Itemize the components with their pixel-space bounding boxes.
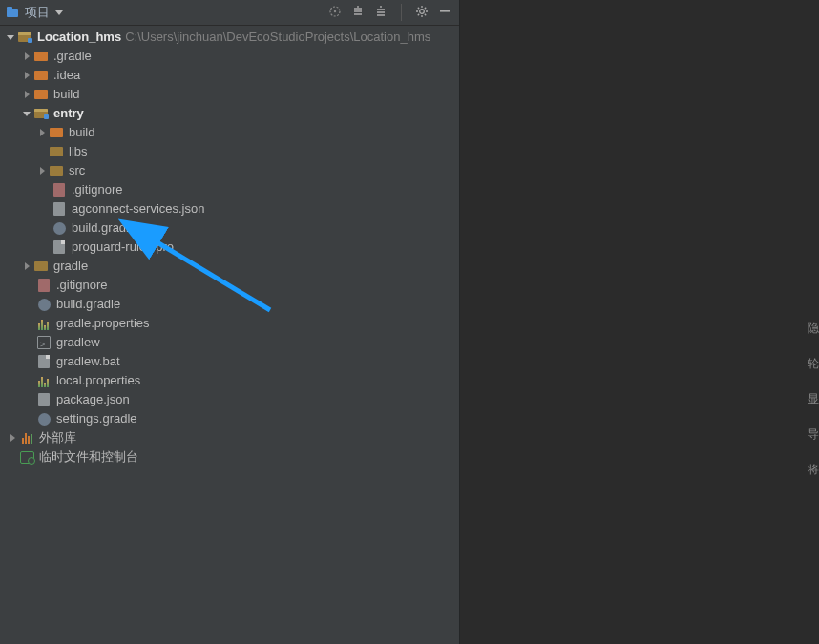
git-file-icon [36, 278, 52, 293]
view-selector[interactable]: 项目 [6, 4, 63, 21]
external-libs-icon [19, 430, 34, 446]
expand-all-icon[interactable] [351, 5, 365, 21]
gradle-file-icon [36, 297, 52, 312]
chevron-right-icon [25, 262, 30, 270]
folder-icon [49, 163, 64, 178]
collapse-all-icon[interactable] [374, 5, 388, 21]
properties-file-icon [36, 373, 52, 388]
panel-title: 项目 [25, 4, 50, 21]
folder-icon [33, 259, 49, 274]
tree-root[interactable]: Location_hms C:\Users\jinchuan\DevEcoStu… [0, 28, 459, 47]
tree-item-gradle-dir2[interactable]: gradle [0, 257, 459, 276]
tree-item-local-properties[interactable]: local.properties [0, 371, 459, 390]
folder-icon [33, 68, 49, 83]
svg-line-12 [418, 13, 419, 14]
tree-item-gradlew-bat[interactable]: gradlew.bat [0, 352, 459, 371]
chevron-right-icon [25, 52, 30, 60]
tree-item-entry-libs[interactable]: libs [0, 142, 459, 161]
root-path: C:\Users\jinchuan\DevEcoStudioProjects\L… [125, 28, 430, 47]
chevron-right-icon [25, 91, 30, 98]
panel-header: 项目 [0, 0, 459, 26]
gradle-file-icon [36, 411, 52, 426]
chevron-down-icon [7, 35, 14, 40]
file-icon [36, 354, 52, 369]
chevron-down-icon [23, 112, 31, 116]
chevron-right-icon [40, 129, 45, 136]
gear-icon[interactable] [415, 5, 429, 21]
chevron-right-icon [40, 167, 45, 175]
svg-line-10 [425, 13, 426, 14]
tree-item-gradle-dir[interactable]: .gradle [0, 47, 459, 66]
tree-item-entry-build-gradle[interactable]: build.gradle [0, 218, 459, 238]
tree-item-gradle-properties[interactable]: gradle.properties [0, 314, 459, 333]
scratch-icon [19, 449, 34, 465]
editor-area: 隐 轮 显 导 将 [460, 0, 819, 644]
tree-item-external-libs[interactable]: 外部库 [0, 428, 459, 447]
tree-item-agconnect[interactable]: agconnect-services.json [0, 199, 459, 218]
locate-file-icon[interactable] [328, 5, 342, 21]
tree-item-proguard[interactable]: proguard-rules.pro [0, 238, 459, 257]
svg-rect-13 [440, 10, 450, 12]
module-folder-icon [33, 106, 49, 121]
shell-file-icon [36, 335, 52, 350]
project-panel: 项目 [0, 0, 460, 644]
project-tree[interactable]: Location_hms C:\Users\jinchuan\DevEcoStu… [0, 26, 459, 644]
tree-item-build-gradle[interactable]: build.gradle [0, 295, 459, 314]
svg-line-11 [425, 7, 426, 8]
tree-item-entry-src[interactable]: src [0, 161, 459, 180]
module-folder-icon [17, 30, 32, 45]
svg-point-4 [420, 9, 425, 13]
tree-item-gitignore[interactable]: .gitignore [0, 276, 459, 295]
gutter-item[interactable]: 显 [808, 382, 819, 417]
svg-line-9 [418, 7, 419, 8]
gutter-item[interactable]: 轮 [808, 346, 819, 382]
tree-item-entry-build[interactable]: build [0, 123, 459, 142]
folder-icon [49, 125, 64, 140]
svg-rect-1 [7, 7, 12, 10]
gradle-file-icon [52, 220, 67, 236]
root-name: Location_hms [37, 28, 121, 47]
svg-rect-0 [7, 9, 18, 17]
tree-item-scratches[interactable]: 临时文件和控制台 [0, 447, 459, 467]
chevron-right-icon [25, 72, 30, 79]
chevron-right-icon [10, 434, 15, 442]
properties-file-icon [36, 316, 52, 331]
folder-icon [33, 49, 49, 64]
tree-item-build[interactable]: build [0, 85, 459, 104]
panel-toolbar [328, 4, 453, 21]
toolbar-separator [401, 4, 402, 21]
tree-item-entry-gitignore[interactable]: .gitignore [0, 180, 459, 199]
right-tool-gutter[interactable]: 隐 轮 显 导 将 [808, 311, 819, 488]
folder-icon [33, 87, 49, 102]
dropdown-arrow-icon [55, 10, 63, 15]
svg-point-3 [334, 10, 336, 11]
app-window: 项目 [0, 0, 819, 644]
minimize-icon[interactable] [438, 5, 452, 21]
gutter-item[interactable]: 隐 [808, 311, 819, 346]
gutter-item[interactable]: 导 [808, 417, 819, 452]
tree-item-idea[interactable]: .idea [0, 66, 459, 85]
tree-item-package-json[interactable]: package.json [0, 390, 459, 409]
tree-item-entry[interactable]: entry [0, 104, 459, 123]
tree-item-settings-gradle[interactable]: settings.gradle [0, 409, 459, 428]
gutter-item[interactable]: 将 [808, 452, 819, 488]
file-icon [52, 239, 67, 255]
folder-icon [49, 144, 64, 159]
project-view-icon [6, 6, 19, 19]
tree-item-gradlew[interactable]: gradlew [0, 333, 459, 352]
git-file-icon [52, 182, 67, 197]
json-file-icon [52, 201, 67, 217]
json-file-icon [36, 392, 52, 407]
